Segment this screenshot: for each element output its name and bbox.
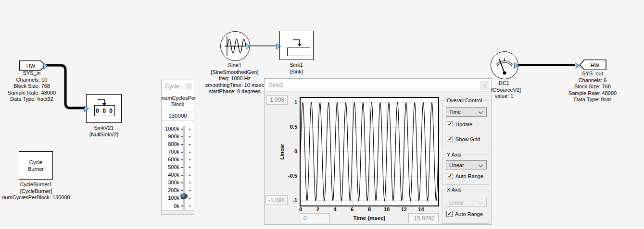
checkbox-label: Update — [455, 121, 472, 127]
x-end-field[interactable]: 15.9792 — [408, 213, 439, 223]
y-axis-select[interactable]: Linear — [446, 160, 487, 169]
checkbox-box: ✓ — [447, 136, 453, 142]
y-tick-label: -0.5 — [283, 173, 297, 179]
dc1-output-port[interactable] — [514, 62, 519, 68]
x-tick-label: 4 — [334, 206, 337, 212]
caption-line: numCyclesPerBlock: 130000 — [0, 194, 75, 201]
caption-line: SYS_out — [554, 71, 631, 77]
slider-tick-label: 600k — [162, 157, 179, 163]
block-sinkv21[interactable]: 0 0 0 — [86, 94, 122, 123]
sinkv21-caption: SinkV21[NullSinkV2] — [65, 125, 142, 138]
slider-tick-mark — [189, 205, 190, 206]
x-auto-range-checkbox[interactable]: ✓ Auto Range — [446, 211, 483, 217]
parameter-name: numCyclesPerBlock — [162, 95, 194, 108]
x-tick-label: 2 — [316, 206, 319, 212]
caption-line: SYS_in — [0, 70, 70, 77]
slider-tick-mark — [189, 152, 190, 153]
caption-line: Channels: 10 — [0, 77, 70, 84]
slider-tick-mark — [181, 152, 183, 153]
caption-line: [Sink] — [258, 69, 335, 75]
caption-line: smoothingTime: 10 msec — [196, 82, 273, 89]
y-axis-group: Y Axis — [442, 155, 489, 185]
counter-display: 0 0 0 — [94, 105, 115, 116]
slider-window-footer — [162, 210, 194, 214]
close-icon[interactable]: x — [185, 83, 192, 90]
slider-tick-label: 100k — [162, 195, 179, 201]
y-tick-label: -1 — [283, 197, 297, 203]
scope-plot — [301, 98, 438, 205]
show-grid-checkbox[interactable]: ✓ Show Grid — [447, 136, 480, 142]
x-axis-select: Linear — [446, 198, 487, 207]
cycleburner-body-text: CycleBurner — [19, 159, 52, 172]
slider-tick-label: 0k — [162, 203, 179, 209]
body-line: Cycle — [19, 159, 52, 166]
chevron-down-icon — [479, 163, 483, 168]
block-sys-in[interactable]: HW — [19, 60, 46, 71]
combo-selected-value: Linear — [449, 200, 464, 205]
parameter-name-line: numCyclesPer — [162, 95, 194, 101]
caption-line: Data Type: float — [554, 96, 631, 103]
x-axis-title: Time (msec) — [354, 215, 386, 221]
scope-window-titlebar[interactable]: Sink1 x — [265, 79, 491, 92]
block-sink1[interactable] — [279, 31, 314, 60]
slider-tick-mark — [189, 167, 190, 168]
checkbox-box: ✓ — [447, 173, 453, 179]
sys-out-caption: SYS_outChannels: 6Block Size: 768Sample … — [554, 71, 631, 103]
cycleburner-caption: CycleBurner1[CycleBurner]numCyclesPerBlo… — [0, 181, 75, 201]
update-checkbox[interactable]: ✓ Update — [447, 121, 472, 127]
checkbox-label: Auto Range — [455, 173, 483, 179]
y-tick-label: 0 — [283, 148, 297, 154]
y-auto-range-checkbox[interactable]: ✓ Auto Range — [447, 173, 483, 179]
caption-line: Channels: 6 — [554, 77, 631, 84]
slider-tick-label: 400k — [162, 172, 179, 178]
separator — [162, 111, 194, 111]
sink1-input-port[interactable] — [276, 43, 281, 49]
close-icon[interactable]: x — [480, 81, 489, 90]
checkmark-icon: ✓ — [448, 136, 452, 142]
slider-tick-mark — [181, 167, 183, 168]
sysout-input-port[interactable] — [575, 62, 580, 68]
port-arrow-icon — [246, 43, 251, 49]
separator — [162, 121, 194, 121]
slider-tick-label: 500k — [162, 164, 179, 170]
sine1-output-port[interactable] — [246, 43, 251, 49]
x-tick-label: 14 — [418, 206, 424, 212]
checkbox-box: ✓ — [446, 211, 453, 217]
slider-tick-label: 800k — [162, 141, 179, 147]
overall-control-select[interactable]: Time — [446, 107, 487, 117]
caption-line: Block Size: 768 — [0, 83, 70, 90]
checkbox-box: ✓ — [447, 121, 453, 127]
parameter-name-line: Block — [162, 101, 194, 108]
checkmark-icon: ✓ — [447, 211, 452, 217]
block-cycleburner[interactable]: CycleBurner — [19, 151, 53, 180]
slider-tick-mark — [189, 129, 190, 130]
port-arrow-icon — [43, 63, 48, 69]
slider-tick-mark — [189, 175, 190, 176]
sinkv21-input-port[interactable] — [84, 105, 89, 111]
y-tick-label: 0.5 — [283, 124, 297, 130]
slider-window-titlebar[interactable]: Cycle... x — [162, 80, 194, 93]
combo-selected-value: Time — [449, 109, 461, 115]
slider-tick-label: 900k — [162, 133, 179, 140]
sink1-scope-window: Sink1 x 1.098 -1.098 Linear 10.50-0.5-1 … — [264, 78, 492, 225]
x-tick-label: 6 — [351, 206, 354, 212]
caption-line: [NullSinkV2] — [65, 132, 142, 138]
x-tick-label: 0 — [299, 206, 302, 212]
parameter-value[interactable]: 130000 — [162, 113, 194, 119]
checkmark-icon: ✓ — [448, 173, 452, 179]
y-tick-label: 1 — [283, 99, 297, 105]
block-sys-out[interactable]: HW — [580, 60, 606, 70]
sys-in-caption: SYS_inChannels: 10Block Size: 768Sample … — [0, 70, 70, 103]
slider-tick-label: 700k — [162, 149, 179, 155]
slider-tick-mark — [181, 144, 183, 145]
caption-line: Sample Rate: 48000 — [554, 90, 631, 97]
chevron-down-icon — [479, 200, 483, 205]
x-start-field[interactable]: 0 — [300, 213, 330, 223]
sysin-output-port[interactable] — [43, 62, 48, 69]
caption-line: Block Size: 768 — [554, 84, 631, 90]
caption-line: Sink1 — [258, 62, 335, 69]
sink-buffer-icon — [287, 48, 310, 56]
slider-thumb[interactable] — [180, 193, 188, 199]
slider-tick-mark — [181, 182, 183, 183]
slider-tick-mark — [181, 159, 183, 160]
